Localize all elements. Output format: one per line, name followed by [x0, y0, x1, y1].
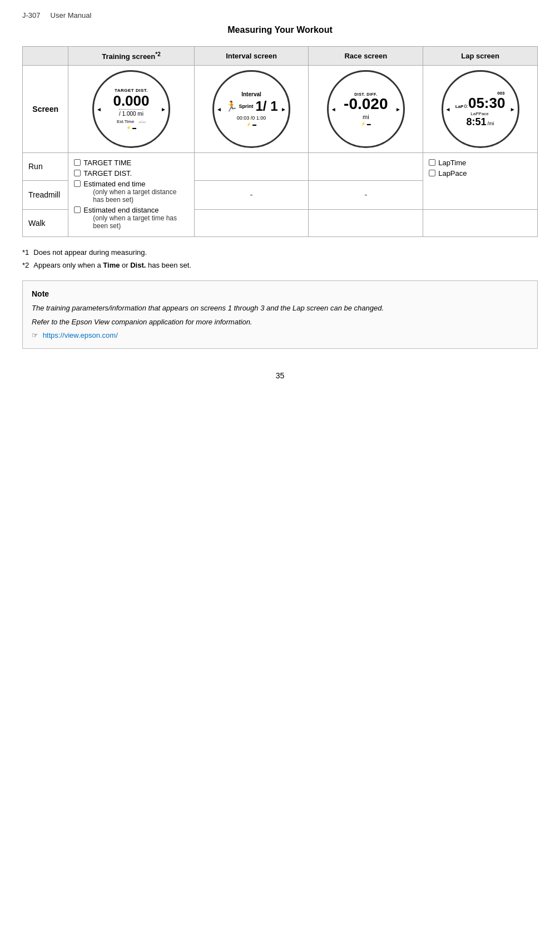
lap-time-row: LaP 0: 05:30: [455, 96, 506, 110]
note-link-icon: ☞: [32, 331, 38, 339]
check-label-est-end-time: Estimated end time (only when a target d…: [83, 180, 188, 204]
main-table: Training screen*2 Interval screen Race s…: [22, 46, 538, 237]
fn-2-text: Appears only when a Time or Dist. has be…: [33, 261, 191, 269]
race-watch: ◄ ► DIST. DIFF. -0.020 mi ⚡ ▬: [327, 70, 405, 148]
checkbox-lap-time: [429, 159, 435, 166]
interval-watch-cell: ◄ ► Interval 🏃 Sprint 1/ 1 00:03 /0 1:00…: [194, 66, 309, 153]
run-training-cell: TARGET TIME TARGET DIST. Estimated end t…: [68, 153, 194, 237]
run-label: Run: [23, 153, 68, 180]
check-label-est-end-dist: Estimated end distance (only when a targ…: [83, 206, 188, 230]
fn-1-num: *1: [22, 248, 29, 257]
lap-nav-right: ►: [510, 106, 516, 112]
note-box: Note The training parameters/information…: [22, 280, 538, 349]
lap-pace-label: LaPPace: [470, 111, 488, 116]
treadmill-interval-cell: -: [194, 180, 309, 209]
training-watch-bottom: Est.Time --:--: [117, 119, 146, 124]
run-check-list: TARGET TIME TARGET DIST. Estimated end t…: [74, 159, 188, 230]
footnote-1: *1 Does not appear during measuring.: [22, 248, 538, 257]
interval-watch: ◄ ► Interval 🏃 Sprint 1/ 1 00:03 /0 1:00…: [212, 70, 290, 148]
training-est-time-value: --:--: [138, 119, 146, 124]
training-nav-left: ◄: [96, 106, 102, 112]
checkbox-lap-pace: [429, 170, 435, 176]
interval-nav-left: ◄: [216, 106, 222, 112]
training-watch-big-value: 0.000: [113, 93, 149, 108]
interval-value: 1/ 1: [256, 98, 278, 114]
note-line-1: The training parameters/information that…: [32, 303, 528, 314]
note-title: Note: [32, 288, 528, 300]
walk-interval-cell: [194, 209, 309, 236]
check-item-target-time: TARGET TIME: [74, 159, 188, 167]
race-watch-cell: ◄ ► DIST. DIFF. -0.020 mi ⚡ ▬: [309, 66, 423, 153]
check-item-target-dist: TARGET DIST.: [74, 169, 188, 177]
check-label-target-time: TARGET TIME: [83, 159, 131, 167]
note-link[interactable]: https://view.epson.com/: [43, 331, 118, 339]
interval-nav-right: ►: [281, 106, 286, 112]
page-header: J-307 User Manual: [22, 11, 538, 19]
sprint-label: Sprint: [239, 103, 254, 109]
lap-nav-left: ◄: [445, 106, 451, 112]
lap-prefix: 0:: [464, 103, 468, 109]
training-nav-right: ►: [161, 106, 166, 112]
interval-sub: 00:03 /0 1:00: [237, 115, 266, 121]
walk-race-cell: [309, 209, 423, 236]
lap-big-value: 05:30: [468, 96, 506, 110]
race-nav-left: ◄: [331, 106, 336, 112]
page-number: 35: [22, 371, 538, 380]
run-race-cell: [309, 153, 423, 180]
interval-icons: ⚡ ▬: [246, 122, 256, 127]
screen-display-row: Screen ◄ ► TARGET DIST. 0.000 / 1.000 mi…: [23, 66, 538, 153]
sprint-icon: 🏃: [225, 100, 237, 112]
checkbox-est-end-time: [74, 180, 81, 187]
sub-est-end-dist: (only when a target time has been set): [93, 214, 188, 230]
lap-pace-row: LaPPace: [470, 111, 489, 116]
checkbox-target-time: [74, 159, 81, 166]
walk-lap-cell: [423, 209, 538, 236]
manual-label: User Manual: [51, 11, 92, 19]
lap-pace-value: 8:51: [467, 116, 487, 128]
race-big-value: -0.020: [344, 96, 388, 112]
fn-1-text: Does not appear during measuring.: [33, 248, 147, 257]
fn-2-num: *2: [22, 261, 29, 269]
interval-label: Interval: [241, 91, 261, 97]
training-est-time-label: Est.Time: [117, 119, 134, 124]
note-link-row: ☞ https://view.epson.com/: [32, 330, 528, 342]
run-lap-list: LapTime LapPace: [429, 159, 532, 177]
check-item-est-end-dist: Estimated end distance (only when a targ…: [74, 206, 188, 230]
check-item-lap-time: LapTime: [429, 159, 532, 167]
run-interval-cell: [194, 153, 309, 180]
page-title: Measuring Your Workout: [22, 25, 538, 35]
training-watch: ◄ ► TARGET DIST. 0.000 / 1.000 mi Est.Ti…: [92, 70, 170, 148]
check-item-lap-pace: LapPace: [429, 169, 532, 177]
treadmill-label: Treadmill: [23, 180, 68, 209]
training-watch-cell: ◄ ► TARGET DIST. 0.000 / 1.000 mi Est.Ti…: [68, 66, 194, 153]
check-item-est-end-time: Estimated end time (only when a target d…: [74, 180, 188, 204]
lap-label: LaP: [455, 104, 464, 109]
run-lap-cell: LapTime LapPace: [423, 153, 538, 210]
training-watch-icons: ⚡ ▬: [126, 126, 136, 130]
race-unit: mi: [363, 114, 369, 120]
col-header-race: Race screen: [309, 47, 423, 66]
check-label-lap-pace: LapPace: [438, 169, 467, 177]
lap-pace-unit: /mi: [488, 121, 494, 126]
footnote-2: *2 Appears only when a Time or Dist. has…: [22, 261, 538, 269]
col-header-training: Training screen*2: [68, 47, 194, 66]
screen-label-cell: Screen: [23, 66, 68, 153]
checkbox-est-end-dist: [74, 206, 81, 213]
table-header-row: Training screen*2 Interval screen Race s…: [23, 47, 538, 66]
data-row-run: Run TARGET TIME TARGET DIST. Estimated: [23, 153, 538, 180]
check-label-lap-time: LapTime: [438, 159, 466, 167]
note-line-2: Refer to the Epson View companion applic…: [32, 317, 528, 328]
walk-label: Walk: [23, 209, 68, 236]
race-nav-right: ►: [395, 106, 401, 112]
interval-value-row: 🏃 Sprint 1/ 1: [225, 98, 278, 114]
col-header-interval: Interval screen: [194, 47, 309, 66]
manual-id: J-307: [22, 11, 41, 19]
checkbox-target-dist: [74, 170, 81, 176]
race-icons: ⚡ ▬: [361, 122, 371, 126]
training-watch-sub: / 1.000 mi: [119, 109, 143, 117]
treadmill-race-cell: -: [309, 180, 423, 209]
lap-watch-cell: ◄ ► 003 LaP 0: 05:30 LaPPace 8:51: [423, 66, 538, 153]
sub-est-end-time: (only when a target distance has been se…: [93, 188, 188, 204]
check-label-target-dist: TARGET DIST.: [83, 169, 132, 177]
lap-pace-value-row: 8:51 /mi: [467, 116, 494, 128]
